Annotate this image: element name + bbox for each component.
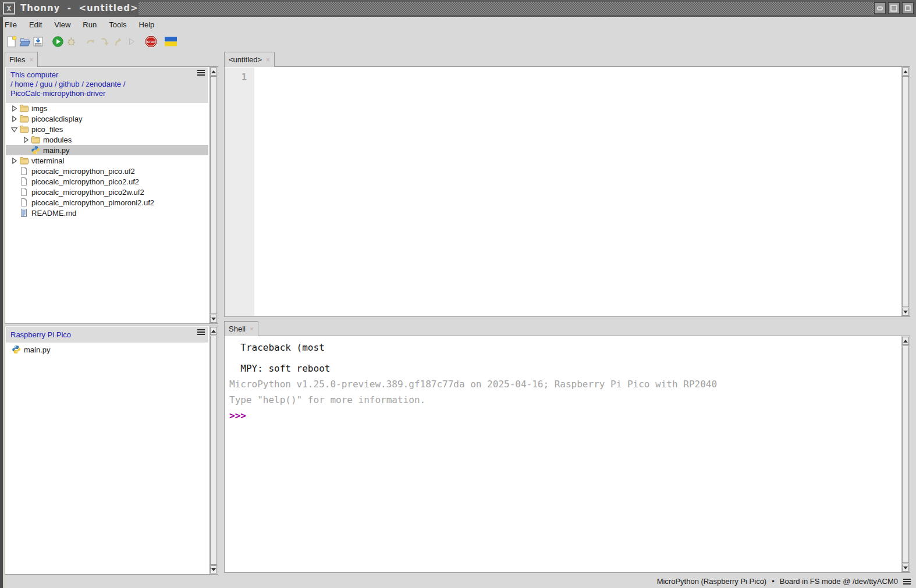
debug-icon bbox=[65, 35, 77, 48]
scroll-down-button[interactable] bbox=[210, 565, 217, 573]
menu-edit[interactable]: Edit bbox=[29, 18, 48, 31]
pico-item-main.py[interactable]: main.py bbox=[6, 344, 208, 355]
maximize-button[interactable] bbox=[888, 2, 900, 14]
python-icon bbox=[31, 145, 40, 155]
readme-icon bbox=[19, 208, 29, 218]
tree-item-main.py[interactable]: main.py bbox=[6, 145, 208, 155]
shell-area[interactable]: Traceback (most MPY: soft rebootMicroPyt… bbox=[225, 337, 900, 572]
pico-panel-header: Raspberry Pi Pico bbox=[6, 327, 208, 343]
tab-files[interactable]: Files bbox=[5, 52, 38, 67]
restore-button[interactable] bbox=[902, 2, 914, 14]
tab-shell[interactable]: Shell bbox=[224, 321, 258, 336]
tree-item-label: vtterminal bbox=[31, 156, 64, 165]
menu-run[interactable]: Run bbox=[83, 18, 102, 31]
scroll-down-button[interactable] bbox=[902, 564, 909, 572]
pico-menu-icon[interactable] bbox=[197, 332, 205, 333]
tree-item-label: picocalc_micropython_pimoroni2.uf2 bbox=[31, 198, 154, 207]
expander-collapsed-icon[interactable] bbox=[22, 136, 30, 144]
breadcrumb-path[interactable]: / home / guu / github / zenodante / bbox=[10, 80, 204, 89]
step-out-icon bbox=[112, 35, 124, 48]
scroll-down-button[interactable] bbox=[902, 308, 909, 316]
scrollbar-thumb[interactable] bbox=[210, 336, 217, 565]
python-icon bbox=[12, 345, 21, 354]
tab-shell-close-icon[interactable] bbox=[250, 326, 254, 333]
files-menu-icon[interactable] bbox=[197, 72, 205, 73]
shell-panel: Traceback (most MPY: soft rebootMicroPyt… bbox=[224, 336, 910, 573]
breadcrumb-root[interactable]: This computer bbox=[10, 70, 204, 80]
window-controls bbox=[874, 2, 914, 14]
expander-collapsed-icon[interactable] bbox=[10, 105, 18, 112]
tree-item-picocalcdisplay[interactable]: picocalcdisplay bbox=[6, 113, 208, 124]
interpreter-label[interactable]: MicroPython (Raspberry Pi Pico) bbox=[657, 577, 767, 586]
open-file-button[interactable] bbox=[18, 35, 31, 49]
window-menu-icon[interactable]: X bbox=[3, 2, 15, 15]
shell-scrollbar[interactable] bbox=[901, 336, 910, 572]
minimize-button[interactable] bbox=[874, 2, 886, 14]
tree-item-picocalc_micropython_pico2w.uf2[interactable]: picocalc_micropython_pico2w.uf2 bbox=[6, 187, 208, 197]
shell-line: >>> bbox=[229, 408, 900, 423]
expander-spacer bbox=[10, 188, 18, 196]
scroll-up-button[interactable] bbox=[210, 327, 217, 335]
expander-collapsed-icon[interactable] bbox=[10, 115, 18, 123]
support-ukraine-button[interactable] bbox=[164, 35, 177, 49]
tree-item-vtterminal[interactable]: vtterminal bbox=[6, 155, 208, 166]
tab-editor-close-icon[interactable] bbox=[266, 56, 270, 63]
tree-item-README.md[interactable]: README.md bbox=[6, 208, 208, 218]
scrollbar-thumb[interactable] bbox=[210, 76, 217, 314]
menu-file[interactable]: File bbox=[5, 18, 23, 31]
stop-button[interactable]: STOP bbox=[144, 35, 158, 49]
pico-panel: Raspberry Pi Pico main.py bbox=[5, 326, 218, 575]
breadcrumb-current-dir[interactable]: PicoCalc-micropython-driver bbox=[10, 89, 204, 98]
breadcrumb[interactable]: This computer / home / guu / github / ze… bbox=[6, 67, 208, 103]
toolbar: STOP bbox=[5, 32, 177, 51]
scroll-down-button[interactable] bbox=[210, 315, 217, 323]
port-info-label[interactable]: Board in FS mode @ /dev/ttyACM0 bbox=[780, 577, 898, 586]
expander-spacer bbox=[22, 147, 30, 154]
tree-item-label: picocalc_micropython_pico2w.uf2 bbox=[31, 188, 144, 197]
status-separator: • bbox=[772, 577, 775, 586]
editor-area[interactable]: 1 bbox=[225, 67, 900, 316]
expander-collapsed-icon[interactable] bbox=[10, 157, 18, 165]
tree-item-pico_files[interactable]: pico_files bbox=[6, 124, 208, 134]
scroll-up-button[interactable] bbox=[210, 67, 217, 76]
files-panel: This computer / home / guu / github / ze… bbox=[5, 66, 218, 324]
editor-scrollbar[interactable] bbox=[901, 67, 910, 316]
svg-text:STOP: STOP bbox=[147, 40, 155, 44]
tab-shell-label: Shell bbox=[229, 325, 246, 333]
tree-item-picocalc_micropython_pico2.uf2[interactable]: picocalc_micropython_pico2.uf2 bbox=[6, 176, 208, 187]
shell-line: Type "help()" for more information. bbox=[229, 392, 900, 408]
new-file-button[interactable] bbox=[5, 35, 18, 49]
file-icon bbox=[19, 187, 29, 197]
status-bar: MicroPython (Raspberry Pi Pico) • Board … bbox=[3, 575, 916, 588]
tab-editor-untitled[interactable]: <untitled> bbox=[224, 52, 275, 67]
menu-view[interactable]: View bbox=[54, 18, 76, 31]
expander-spacer bbox=[10, 178, 18, 186]
save-file-button[interactable] bbox=[31, 35, 45, 49]
tree-item-picocalc_micropython_pico.uf2[interactable]: picocalc_micropython_pico.uf2 bbox=[6, 166, 208, 176]
expander-expanded-icon[interactable] bbox=[10, 126, 18, 133]
scroll-up-button[interactable] bbox=[902, 67, 909, 76]
scrollbar-thumb[interactable] bbox=[902, 345, 909, 563]
run-button[interactable] bbox=[51, 35, 65, 49]
menu-help[interactable]: Help bbox=[139, 18, 161, 31]
scrollbar-thumb[interactable] bbox=[902, 76, 909, 307]
menu-tools[interactable]: Tools bbox=[109, 18, 132, 31]
window-frame-edge-inner bbox=[3, 17, 5, 588]
backend-menu-icon[interactable] bbox=[903, 581, 911, 582]
scroll-up-button[interactable] bbox=[902, 337, 909, 345]
tree-item-modules[interactable]: modules bbox=[6, 134, 208, 145]
pico-scrollbar[interactable] bbox=[209, 326, 218, 574]
save-file-icon bbox=[32, 35, 44, 48]
tab-editor-label: <untitled> bbox=[229, 55, 262, 64]
folder-icon bbox=[19, 104, 29, 113]
files-scrollbar[interactable] bbox=[209, 67, 218, 323]
expander-spacer bbox=[10, 168, 18, 175]
tab-files-close-icon[interactable] bbox=[29, 56, 33, 63]
tree-item-imgs[interactable]: imgs bbox=[6, 103, 208, 113]
folder-icon bbox=[31, 135, 40, 144]
tree-item-picocalc_micropython_pimoroni2.uf2[interactable]: picocalc_micropython_pimoroni2.uf2 bbox=[6, 197, 208, 208]
titlebar-stipple[interactable] bbox=[139, 2, 874, 15]
maximize-button-glyph bbox=[890, 5, 897, 12]
new-file-icon bbox=[5, 35, 17, 48]
line-number: 1 bbox=[225, 67, 254, 83]
